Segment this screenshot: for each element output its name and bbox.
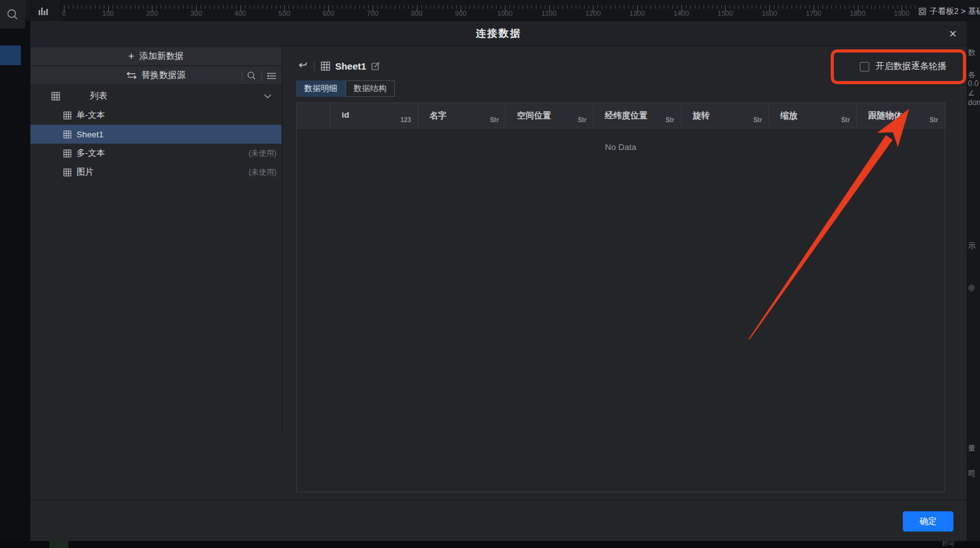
ruler-label: 500 — [278, 9, 290, 17]
ruler-label: 700 — [367, 9, 378, 17]
ruler-label: 400 — [235, 9, 246, 17]
ruler-label: 1000 — [497, 9, 512, 17]
data-tabs: 数据明细 数据结构 — [296, 80, 395, 97]
ruler-label: 600 — [323, 9, 334, 17]
table-icon — [63, 168, 71, 177]
ruler-label: 1300 — [630, 9, 645, 17]
sheet-title: Sheet1 — [335, 61, 366, 72]
ruler-label: 1700 — [806, 9, 821, 17]
ruler-label: 1800 — [850, 9, 865, 17]
column-name: 经纬度位置 — [605, 110, 648, 121]
ruler-label: 300 — [190, 9, 202, 17]
confirm-button[interactable]: 确定 — [903, 511, 953, 532]
column-type-badge: Str — [841, 116, 850, 123]
edit-icon[interactable] — [371, 61, 380, 70]
column-name: id — [342, 110, 349, 120]
table-icon — [63, 130, 71, 139]
ruler-label: 200 — [146, 9, 158, 17]
column-type-badge: 123 — [400, 116, 411, 123]
unused-badge: (未使用) — [249, 167, 276, 178]
sidebar-item-单-文本[interactable]: 单-文本 — [30, 106, 282, 125]
data-table: id 123 名字 Str 空间位置 Str 经纬度位置 Str 旋转 Str … — [296, 103, 945, 492]
table-header-row: id 123 名字 Str 空间位置 Str 经纬度位置 Str 旋转 Str … — [297, 103, 945, 128]
global-search-button[interactable] — [0, 0, 25, 28]
background-bottom-bar: 封司 — [0, 541, 980, 548]
back-icon[interactable] — [297, 61, 308, 71]
column-type-badge: Str — [578, 116, 586, 123]
breadcrumb-text: 子看板2 > 基础 — [929, 6, 980, 17]
table-column-header: id 123 — [330, 103, 418, 128]
background-fragment: 量 — [968, 443, 976, 454]
column-name: 名字 — [430, 110, 447, 121]
table-icon — [63, 111, 71, 120]
ruler-label: 0 — [62, 9, 66, 17]
add-new-data-label: 添加新数据 — [139, 51, 183, 62]
sidebar-item-label: 图片 — [77, 166, 94, 178]
table-icon — [51, 92, 60, 101]
background-fragment: don — [968, 98, 980, 107]
footer-divider — [30, 500, 967, 501]
annotation-highlight-rect — [831, 49, 966, 84]
plus-icon: + — [128, 51, 134, 62]
chart-tool-button[interactable] — [25, 0, 60, 21]
sidebar-divider — [282, 47, 282, 432]
table-column-header: 经纬度位置 Str — [593, 103, 681, 128]
background-fragment: 0.0 — [968, 79, 979, 88]
sidebar-item-多-文本[interactable]: 多-文本 (未使用) — [30, 144, 282, 163]
table-column-header: 空间位置 Str — [506, 103, 593, 128]
icon-divider: | — [241, 71, 244, 81]
filter-sort-icon[interactable] — [266, 72, 276, 80]
unused-badge: (未使用) — [249, 148, 276, 159]
ruler-label: 800 — [411, 9, 422, 17]
header-divider: | — [313, 61, 316, 71]
modal-titlebar: 连接数据 × — [30, 21, 967, 46]
breadcrumb[interactable]: 子看板2 > 基础 — [919, 6, 980, 17]
ruler-label: 1100 — [542, 9, 557, 17]
replace-datasource-label: 替换数据源 — [142, 70, 186, 81]
column-type-badge: Str — [929, 116, 938, 123]
table-column-header: 旋转 Str — [681, 103, 769, 128]
list-group-header[interactable]: 列表 — [30, 87, 282, 106]
sidebar-item-图片[interactable]: 图片 (未使用) — [30, 163, 282, 182]
table-column-header: 缩放 Str — [769, 103, 857, 128]
table-icon — [63, 149, 71, 158]
tab-data-structure[interactable]: 数据结构 — [345, 80, 395, 97]
background-right-panel: 数各0.0∠don示◎量司 — [967, 20, 980, 541]
tab-data-detail[interactable]: 数据明细 — [296, 80, 345, 97]
ruler-label: 1900 — [894, 9, 909, 17]
sidebar-item-label: 单-文本 — [77, 109, 105, 121]
add-new-data-button[interactable]: + 添加新数据 — [30, 47, 282, 66]
table-icon — [321, 61, 330, 71]
ruler-label: 1600 — [762, 9, 777, 17]
replace-datasource-button[interactable]: 替换数据源 | | — [30, 66, 282, 85]
list-title: 列表 — [90, 90, 108, 102]
ruler-label: 1200 — [585, 9, 600, 17]
icon-divider: | — [260, 71, 263, 81]
ruler-label: 1400 — [674, 9, 689, 17]
search-icon[interactable] — [247, 71, 256, 80]
sidebar-item-label: Sheet1 — [77, 130, 104, 139]
background-fragment: 数 — [968, 47, 976, 58]
column-type-badge: Str — [490, 116, 499, 123]
ruler-label: 1500 — [717, 9, 733, 17]
table-column-header — [297, 103, 330, 128]
background-fragment: ∠ — [968, 89, 975, 97]
empty-state-text: No Data — [297, 142, 945, 152]
chevron-down-icon — [264, 94, 271, 99]
connect-data-modal: 连接数据 × + 添加新数据 替换数据源 | | — [30, 21, 967, 541]
background-fragment: 司 — [968, 468, 976, 479]
sidebar-item-label: 多-文本 — [77, 147, 105, 159]
ruler-label: 900 — [455, 9, 466, 17]
swap-icon — [127, 72, 137, 79]
bar-chart-icon — [37, 5, 49, 16]
search-icon — [6, 8, 19, 21]
column-name: 空间位置 — [517, 110, 551, 121]
column-type-badge: Str — [666, 116, 674, 123]
screen: 0100200300400500600700800900100011001200… — [0, 0, 980, 548]
table-column-header: 跟随物体 Str — [857, 103, 945, 128]
column-name: 缩放 — [781, 110, 798, 121]
close-icon[interactable]: × — [949, 21, 957, 46]
modal-title: 连接数据 — [30, 21, 967, 46]
rail-active-item[interactable] — [0, 46, 21, 65]
sidebar-item-Sheet1[interactable]: Sheet1 — [30, 125, 282, 144]
